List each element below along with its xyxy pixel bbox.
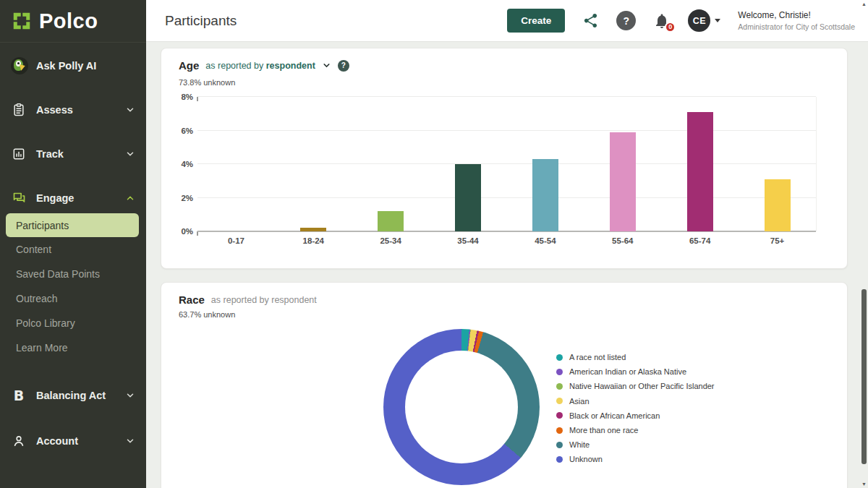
- share-icon[interactable]: [582, 12, 599, 29]
- sidebar-item-ask-polly[interactable]: Ask Polly AI: [0, 56, 146, 76]
- sidebar-item-track[interactable]: Track: [0, 144, 146, 164]
- bar-slot: [584, 97, 661, 231]
- sidebar-item-label: Learn More: [16, 342, 68, 354]
- chevron-down-icon: [125, 390, 135, 401]
- race-donut[interactable]: [383, 329, 540, 485]
- sidebar-item-label: Saved Data Points: [16, 268, 100, 280]
- role-text: Administrator for City of Scottsdale: [738, 22, 855, 32]
- legend-item[interactable]: Black or African American: [556, 408, 715, 423]
- age-xlabels: 0-1718-2425-3435-4445-5455-6465-7475+: [197, 236, 816, 245]
- chevron-down-icon: [125, 105, 135, 115]
- notification-badge: 0: [665, 22, 676, 33]
- sidebar-item-label: Engage: [36, 192, 74, 204]
- y-tick-label: 0%: [166, 227, 193, 236]
- parrot-icon: [11, 57, 28, 74]
- sidebar-item-account[interactable]: Account: [0, 431, 146, 451]
- legend-dot: [556, 383, 563, 390]
- legend-item[interactable]: Unknown: [556, 452, 715, 466]
- chevron-down-icon: [125, 149, 135, 159]
- sidebar-item-content[interactable]: Content: [0, 237, 146, 262]
- donut-hole: [405, 351, 518, 463]
- sidebar-item-polco-library[interactable]: Polco Library: [0, 311, 146, 335]
- scrollbar-thumb[interactable]: [861, 289, 867, 464]
- x-tick-label: 75+: [739, 236, 816, 245]
- age-unknown-note: 73.8% unknown: [179, 78, 235, 87]
- legend-dot: [556, 456, 563, 463]
- page-title: Participants: [165, 13, 237, 29]
- sidebar-item-learn-more[interactable]: Learn More: [0, 335, 146, 360]
- bar-slot: [275, 97, 352, 231]
- age-chart-title: Age: [179, 59, 199, 72]
- logo-text: Polco: [39, 9, 98, 33]
- sidebar-item-engage[interactable]: Engage: [0, 188, 146, 208]
- welcome-block: Welcome, Christie! Administrator for Cit…: [738, 9, 858, 31]
- y-tick-label: 8%: [166, 93, 193, 101]
- bar-slot: [197, 97, 275, 231]
- chat-bubbles-icon: [11, 191, 27, 206]
- sidebar-item-participants[interactable]: Participants: [6, 213, 139, 237]
- age-bars: [197, 97, 816, 231]
- legend-item[interactable]: Asian: [556, 394, 715, 408]
- age-card-header: Age as reported by respondent ?: [179, 59, 349, 72]
- x-tick-label: 0-17: [197, 236, 275, 245]
- sidebar-item-label: Track: [36, 148, 64, 160]
- bar-25-34[interactable]: [378, 211, 404, 231]
- scrollbar-down-arrow[interactable]: ▼: [861, 481, 867, 487]
- logo[interactable]: Polco: [0, 0, 146, 43]
- legend-item[interactable]: A race not listed: [556, 350, 715, 364]
- legend-dot: [556, 354, 563, 361]
- bar-35-44[interactable]: [455, 164, 481, 231]
- race-card-header: Race as reported by respondent: [179, 294, 317, 306]
- sidebar-item-outreach[interactable]: Outreach: [0, 286, 146, 311]
- caret-down-icon: [715, 19, 720, 22]
- bar-75+[interactable]: [765, 179, 791, 231]
- sidebar-item-label: Ask Polly AI: [36, 60, 96, 72]
- sidebar-item-label: Participants: [16, 220, 69, 231]
- legend-item[interactable]: More than one race: [556, 423, 715, 437]
- create-button[interactable]: Create: [507, 9, 565, 33]
- sidebar-item-balancing-act[interactable]: B Balancing Act: [0, 385, 146, 406]
- clipboard-icon: [11, 103, 27, 117]
- y-tick-label: 4%: [166, 160, 193, 168]
- bar-55-64[interactable]: [610, 132, 636, 231]
- legend-item[interactable]: White: [556, 437, 715, 452]
- sidebar-item-label: Assess: [36, 104, 73, 116]
- sidebar-item-assess[interactable]: Assess: [0, 100, 146, 120]
- sidebar-item-label: Balancing Act: [36, 390, 106, 401]
- age-subtitle-dropdown[interactable]: as reported by respondent: [205, 61, 315, 71]
- chevron-down-icon[interactable]: [322, 61, 331, 70]
- age-plot: 0-1718-2425-3435-4445-5455-6465-7475+ 0%…: [197, 97, 817, 231]
- bar-45-54[interactable]: [532, 159, 558, 231]
- x-tick-label: 55-64: [584, 236, 661, 245]
- sidebar: Polco Ask Polly AI Assess: [0, 0, 146, 488]
- bar-slot: [661, 97, 739, 231]
- bar-18-24[interactable]: [300, 228, 326, 231]
- x-tick-label: 35-44: [430, 236, 507, 245]
- bar-slot: [507, 97, 584, 231]
- legend-label: Black or African American: [569, 411, 660, 420]
- bar-slot: [352, 97, 430, 231]
- chevron-down-icon: [125, 436, 135, 446]
- legend-label: More than one race: [569, 426, 638, 435]
- scrollbar-up-arrow[interactable]: ▲: [861, 1, 867, 7]
- legend-label: A race not listed: [569, 353, 626, 361]
- help-icon[interactable]: ?: [616, 11, 636, 30]
- bar-chart-icon: [11, 147, 27, 161]
- race-legend: A race not listedAmerican Indian or Alas…: [556, 350, 715, 467]
- race-subtitle: as reported by respondent: [211, 295, 317, 305]
- legend-item[interactable]: Native Hawaiian or Other Pacific Islande…: [556, 379, 715, 393]
- bar-slot: [739, 97, 816, 231]
- legend-label: Unknown: [569, 455, 603, 463]
- bar-65-74[interactable]: [687, 112, 713, 231]
- person-icon: [11, 434, 27, 448]
- legend-item[interactable]: American Indian or Alaska Native: [556, 364, 715, 379]
- question-mark-icon[interactable]: ?: [338, 60, 349, 72]
- x-tick-label: 65-74: [661, 236, 739, 245]
- race-card: Race as reported by respondent 63.7% unk…: [161, 282, 848, 488]
- bar-slot: [430, 97, 507, 231]
- sidebar-item-saved-data-points[interactable]: Saved Data Points: [0, 262, 146, 286]
- account-menu[interactable]: CE: [688, 9, 720, 32]
- race-unknown-note: 63.7% unknown: [179, 310, 235, 319]
- sidebar-item-label: Account: [36, 435, 78, 447]
- notifications-bell-icon[interactable]: 0: [653, 12, 671, 30]
